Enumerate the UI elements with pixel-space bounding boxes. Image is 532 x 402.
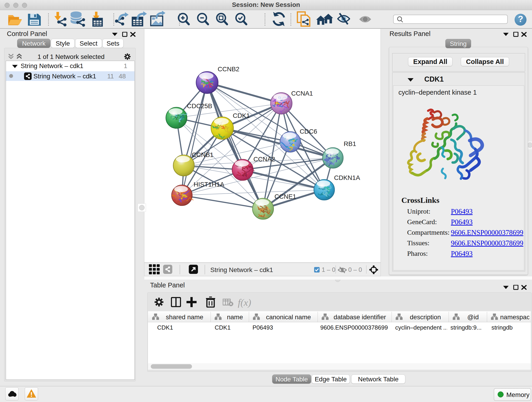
svg-text:CDC25B: CDC25B — [187, 102, 212, 109]
svg-text:CCNB1: CCNB1 — [192, 151, 214, 158]
svg-text:CCNB2: CCNB2 — [218, 65, 239, 73]
svg-text:HIST1H1A: HIST1H1A — [194, 181, 224, 188]
svg-text:CDKN1A: CDKN1A — [334, 174, 360, 181]
svg-text:CCNA1: CCNA1 — [291, 90, 313, 97]
svg-text:CDK1: CDK1 — [233, 112, 250, 119]
svg-text:CDC6: CDC6 — [300, 128, 317, 135]
svg-text:RB1: RB1 — [344, 140, 356, 147]
svg-text:CCNA2: CCNA2 — [253, 156, 275, 163]
svg-text:CCNE1: CCNE1 — [274, 193, 296, 200]
